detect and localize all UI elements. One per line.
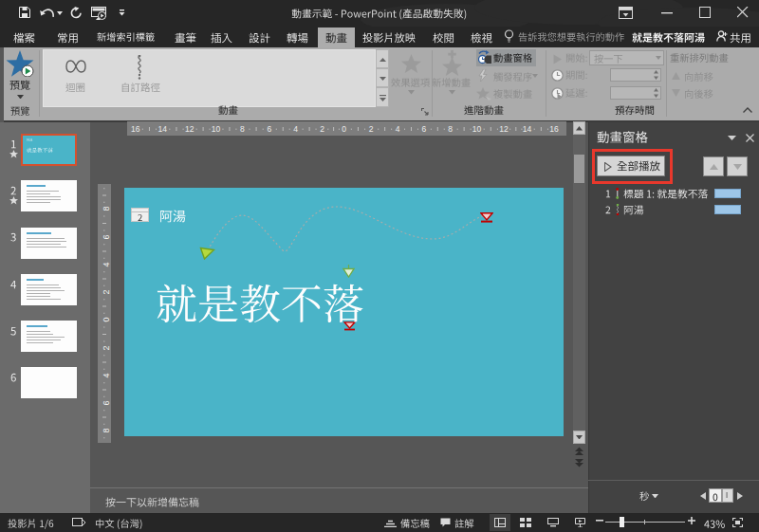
svg-text:14: 14 [157, 124, 167, 134]
svg-text:2: 2 [369, 124, 374, 134]
svg-text:12: 12 [185, 124, 194, 134]
svg-text:12: 12 [499, 124, 509, 134]
svg-text:16: 16 [549, 124, 559, 134]
svg-text:8: 8 [102, 428, 111, 432]
svg-text:2: 2 [102, 289, 111, 294]
svg-text:2: 2 [320, 124, 324, 134]
svg-text:10: 10 [472, 124, 482, 134]
svg-text:6: 6 [102, 400, 111, 405]
svg-text:16: 16 [131, 124, 140, 134]
svg-text:2: 2 [102, 345, 111, 350]
svg-text:0: 0 [342, 124, 346, 134]
svg-text:6: 6 [422, 124, 427, 134]
svg-text:6: 6 [267, 124, 271, 134]
svg-text:8: 8 [102, 206, 111, 211]
svg-text:6: 6 [102, 234, 111, 239]
svg-text:4: 4 [293, 124, 298, 134]
svg-text:0: 0 [102, 317, 111, 321]
svg-text:10: 10 [212, 124, 221, 134]
svg-text:4: 4 [396, 124, 400, 134]
svg-text:4: 4 [102, 262, 111, 266]
svg-text:8: 8 [240, 124, 245, 134]
svg-text:8: 8 [448, 124, 453, 134]
svg-text:4: 4 [102, 373, 111, 377]
svg-text:14: 14 [523, 124, 532, 134]
